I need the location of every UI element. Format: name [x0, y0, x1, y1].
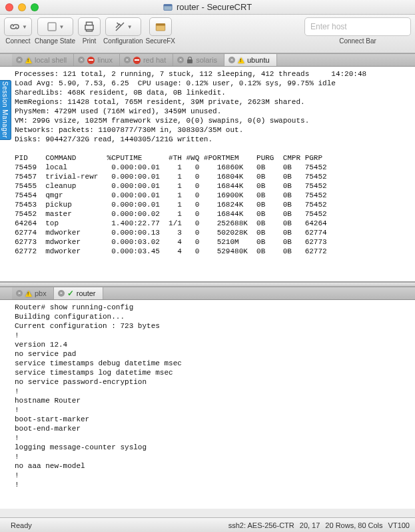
warning-icon [238, 57, 244, 63]
connect-label: Connect [5, 37, 30, 45]
warning-icon [25, 291, 32, 297]
terminal-line: Current configuration : 723 bytes [15, 321, 411, 331]
proc-row: 75457 trivial-rewr 0.000:00.01 1 0 16804… [15, 172, 411, 181]
status-ready: Ready [11, 521, 32, 529]
proc-row: 75459 local 0.000:00.01 1 0 16860K 0B 0B… [15, 163, 411, 172]
tab-label: ubuntu [247, 56, 270, 64]
configuration-label: Configuration [103, 37, 143, 45]
tab-label: router [77, 289, 96, 297]
proc-row: 64264 top 1.400:22.77 1/1 0 252688K 0B 0… [15, 219, 411, 228]
warning-icon [25, 57, 32, 63]
session-manager-tab[interactable]: Session Manager [0, 80, 11, 140]
terminal-line: Router# show running-config [15, 303, 411, 312]
securefx-button[interactable] [149, 17, 172, 36]
minimize-window[interactable] [18, 3, 26, 11]
print-button[interactable] [78, 17, 101, 36]
status-pos: 20, 17 [300, 521, 320, 529]
close-icon[interactable]: × [16, 290, 23, 297]
terminal-line: logging message-counter syslog [15, 443, 411, 452]
toolbar: ▼ Connect ▼ Change State Print ▼ Configu… [0, 15, 415, 53]
tab-linux[interactable]: ×linux [74, 54, 120, 66]
proc-row: 62772 mdworker 0.000:03.45 4 0 529480K 0… [15, 247, 411, 256]
terminal-line: ! [15, 405, 411, 415]
host-placeholder: Enter host [310, 22, 347, 31]
terminal-line: ! [15, 331, 411, 340]
tab-label: pbx [35, 289, 47, 297]
svg-rect-1 [164, 4, 172, 6]
app-icon [163, 3, 173, 12]
configuration-button[interactable]: ▼ [105, 17, 141, 36]
svg-rect-2 [48, 23, 56, 31]
tab-label: solaris [196, 56, 217, 64]
chevron-down-icon: ▼ [127, 24, 133, 30]
link-icon [9, 21, 21, 33]
window-controls [5, 3, 39, 11]
proc-row: 75452 master 0.000:00.02 1 0 16844K 0B 0… [15, 209, 411, 219]
terminal-line: ! [15, 480, 411, 489]
terminal-line: SharedLibs: 468K resident, 0B data, 0B l… [15, 88, 411, 97]
lock-icon [187, 57, 193, 63]
close-icon[interactable]: × [78, 57, 85, 63]
securefx-label: SecureFX [146, 37, 175, 45]
terminal-line: Networks: packets: 11007877/730M in, 308… [15, 125, 411, 135]
terminal-line: service timestamps log datetime msec [15, 368, 411, 377]
proc-row: 62773 mdworker 0.000:03.02 4 0 5210M 0B … [15, 237, 411, 247]
split-handle[interactable] [0, 282, 415, 287]
terminal-line: service timestamps debug datetime msec [15, 359, 411, 368]
close-icon[interactable]: × [228, 57, 235, 63]
proc-row: 75455 cleanup 0.000:00.01 1 0 16844K 0B … [15, 181, 411, 191]
terminal-top[interactable]: Processes: 121 total, 2 running, 7 stuck… [0, 67, 415, 282]
close-icon[interactable]: × [124, 57, 131, 63]
tab-label: red hat [143, 56, 166, 64]
tab-solaris[interactable]: ×solaris [173, 54, 224, 66]
print-label: Print [83, 37, 97, 45]
disconnected-icon [87, 57, 95, 64]
close-window[interactable] [5, 3, 13, 11]
terminal-line: Load Avg: 5.90, 7.53, 6.25 CPU usage: 0.… [15, 79, 411, 88]
terminal-line: boot-start-marker [15, 415, 411, 424]
close-icon[interactable]: × [16, 57, 23, 63]
tabbar-top: ×local shell×linux×red hat×solaris×ubunt… [0, 53, 415, 67]
tab-router[interactable]: ×✓router [54, 287, 103, 299]
tools-icon [114, 21, 126, 33]
tab-ubuntu[interactable]: ×ubuntu [224, 54, 277, 66]
host-input[interactable]: Enter host [304, 17, 411, 36]
change-state-button[interactable]: ▼ [37, 17, 73, 36]
svg-rect-4 [156, 24, 165, 26]
tabbar-bottom: ×pbx×✓router [0, 287, 415, 300]
zoom-window[interactable] [31, 3, 39, 11]
terminal-line: hostname Router [15, 396, 411, 405]
terminal-line: MemRegions: 11428 total, 765M resident, … [15, 97, 411, 107]
terminal-line: boot-end-marker [15, 424, 411, 433]
status-term: VT100 [388, 521, 410, 529]
terminal-line: Disks: 904427/32G read, 1440305/121G wri… [15, 135, 411, 144]
chevron-down-icon: ▼ [22, 24, 27, 30]
close-icon[interactable]: × [58, 290, 65, 297]
change-state-label: Change State [35, 37, 75, 45]
chevron-down-icon: ▼ [59, 24, 65, 30]
window-title: router - SecureCRT [0, 2, 415, 12]
terminal-line: version 12.4 [15, 340, 411, 349]
printer-icon [83, 21, 95, 33]
terminal-line: Building configuration... [15, 312, 411, 321]
proc-row: 75454 qmgr 0.000:00.01 1 0 16900K 0B 0B … [15, 191, 411, 200]
terminal-line: no service pad [15, 349, 411, 359]
terminal-line: no service password-encryption [15, 377, 411, 387]
connect-bar-label: Connect Bar [304, 37, 411, 45]
tab-local-shell[interactable]: ×local shell [12, 54, 74, 66]
tab-red-hat[interactable]: ×red hat [120, 54, 173, 66]
proc-row: 75453 pickup 0.000:00.01 1 0 16824K 0B 0… [15, 200, 411, 209]
connect-button[interactable]: ▼ [4, 17, 32, 36]
terminal-line: no aaa new-model [15, 461, 411, 471]
svg-rect-0 [164, 4, 172, 10]
tab-pbx[interactable]: ×pbx [12, 287, 54, 299]
securefx-icon [155, 21, 167, 33]
terminal-line: VM: 299G vsize, 1025M framework vsize, 0… [15, 116, 411, 125]
terminal-line: PhysMem: 4729M used (716M wired), 3459M … [15, 107, 411, 116]
tab-label: linux [97, 56, 113, 64]
terminal-line: ! [15, 452, 411, 461]
status-size: 20 Rows, 80 Cols [325, 521, 382, 529]
terminal-line: ! [15, 433, 411, 443]
close-icon[interactable]: × [177, 57, 184, 63]
terminal-bottom[interactable]: Router# show running-configBuilding conf… [0, 300, 415, 509]
